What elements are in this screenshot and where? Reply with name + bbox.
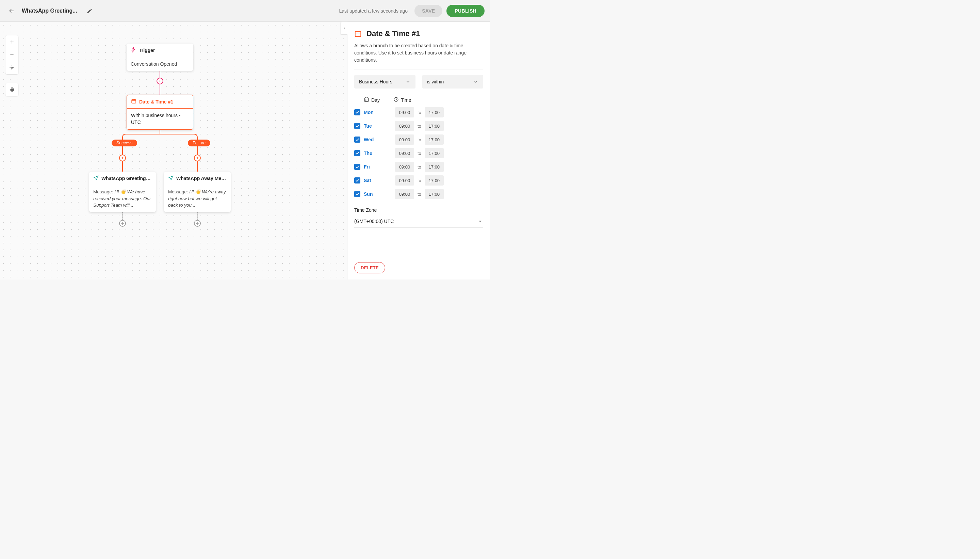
publish-button[interactable]: PUBLISH [446, 5, 485, 17]
datetime-label: Date & Time #1 [139, 99, 173, 104]
calendar-icon [354, 30, 362, 38]
time-from-input[interactable] [395, 107, 414, 117]
collapse-panel-button[interactable] [341, 22, 347, 35]
day-row: Wed to [354, 134, 483, 145]
operator-dropdown[interactable]: is within [422, 75, 483, 89]
center-button[interactable] [5, 61, 18, 74]
time-from-input[interactable] [395, 134, 414, 145]
last-updated-label: Last updated a few seconds ago [339, 8, 408, 13]
zoom-in-button[interactable] [5, 35, 18, 48]
day-row: Tue to [354, 121, 483, 131]
svg-point-0 [11, 67, 13, 68]
clock-icon [393, 97, 399, 103]
caret-down-icon [477, 218, 483, 224]
to-label: to [417, 192, 421, 197]
time-from-input[interactable] [395, 162, 414, 172]
add-step-after-greeting-button[interactable]: + [119, 220, 126, 227]
delete-button[interactable]: DELETE [354, 262, 385, 273]
day-name: Thu [364, 150, 379, 156]
day-name: Sat [364, 178, 379, 183]
side-panel: Date & Time #1 Allows a branch to be cre… [347, 22, 490, 280]
send-away-label: WhatsApp Away Message [176, 176, 227, 181]
svg-rect-12 [365, 98, 368, 101]
day-checkbox[interactable] [354, 177, 360, 184]
time-to-input[interactable] [425, 107, 444, 117]
send-away-node[interactable]: WhatsApp Away Message Message: Hi 👋 We'r… [164, 172, 231, 212]
to-label: to [417, 137, 421, 142]
day-checkbox[interactable] [354, 137, 360, 143]
day-name: Fri [364, 164, 379, 170]
day-name: Tue [364, 123, 379, 129]
back-button[interactable] [5, 5, 18, 17]
save-button[interactable]: SAVE [414, 5, 442, 17]
day-name: Mon [364, 110, 379, 115]
add-step-success-button[interactable]: + [119, 155, 126, 161]
day-row: Sun to [354, 189, 483, 199]
trigger-body: Conversation Opened [127, 57, 193, 71]
day-row: Mon to [354, 107, 483, 117]
zoom-out-button[interactable] [5, 48, 18, 61]
branch-label-success: Success [112, 140, 137, 146]
time-from-input[interactable] [395, 148, 414, 158]
day-checkbox[interactable] [354, 123, 360, 129]
event-icon [364, 97, 369, 103]
trigger-node[interactable]: Trigger Conversation Opened [127, 44, 193, 71]
day-checkbox[interactable] [354, 164, 360, 170]
add-step-failure-button[interactable]: + [194, 155, 201, 161]
day-checkbox[interactable] [354, 191, 360, 197]
day-row: Thu to [354, 148, 483, 158]
edit-title-button[interactable] [83, 5, 96, 17]
time-to-input[interactable] [425, 121, 444, 131]
datetime-node[interactable]: Date & Time #1 Within business hours - U… [127, 95, 193, 130]
time-from-input[interactable] [395, 189, 414, 199]
timezone-select[interactable]: (GMT+00:00) UTC [354, 215, 483, 227]
bolt-icon [131, 47, 136, 53]
send-icon [93, 175, 99, 182]
mode-value: Business Hours [359, 79, 392, 84]
panel-title: Date & Time #1 [366, 29, 420, 38]
time-to-input[interactable] [425, 189, 444, 199]
time-to-input[interactable] [425, 148, 444, 158]
message-prefix: Message: [93, 189, 114, 194]
to-label: to [417, 110, 421, 115]
to-label: to [417, 151, 421, 156]
time-from-input[interactable] [395, 175, 414, 185]
day-row: Sat to [354, 175, 483, 185]
datetime-body: Within business hours - UTC [127, 109, 193, 129]
to-label: to [417, 164, 421, 170]
panel-description: Allows a branch to be created based on d… [354, 42, 483, 64]
mode-dropdown[interactable]: Business Hours [354, 75, 416, 89]
trigger-label: Trigger [139, 48, 155, 53]
svg-rect-10 [132, 99, 136, 103]
day-name: Wed [364, 137, 379, 142]
day-row: Fri to [354, 162, 483, 172]
day-checkbox[interactable] [354, 109, 360, 116]
day-checkbox[interactable] [354, 150, 360, 156]
calendar-icon [131, 98, 137, 105]
time-from-input[interactable] [395, 121, 414, 131]
add-step-button[interactable]: + [157, 78, 163, 84]
pan-tool-button[interactable] [5, 83, 18, 96]
time-to-input[interactable] [425, 175, 444, 185]
time-to-input[interactable] [425, 134, 444, 145]
chevron-down-icon [405, 79, 411, 84]
message-prefix: Message: [168, 189, 189, 194]
chevron-down-icon [473, 79, 478, 84]
svg-rect-11 [355, 31, 361, 37]
day-header: Day [371, 98, 380, 103]
zoom-controls [5, 35, 18, 74]
send-greeting-node[interactable]: WhatsApp Greeting - Ge… Message: Hi 👋 We… [89, 172, 156, 212]
time-to-input[interactable] [425, 162, 444, 172]
canvas[interactable]: + + + + + Success Failure Trigger Conver… [0, 22, 347, 280]
operator-value: is within [427, 79, 444, 84]
add-step-after-away-button[interactable]: + [194, 220, 201, 227]
timezone-value: (GMT+00:00) UTC [354, 218, 394, 224]
day-name: Sun [364, 191, 379, 197]
time-header: Time [401, 98, 411, 103]
branch-label-failure: Failure [188, 140, 210, 146]
header-bar: WhatsApp Greeting... Last updated a few … [0, 0, 490, 22]
workflow-title: WhatsApp Greeting... [22, 8, 77, 14]
send-icon [168, 175, 173, 182]
send-greeting-label: WhatsApp Greeting - Ge… [101, 176, 152, 181]
to-label: to [417, 178, 421, 183]
